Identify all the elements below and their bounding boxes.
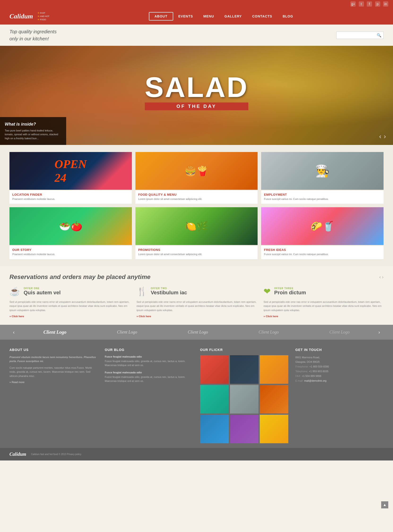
footer-about-italic: Praesent vbulum molestie lacus nem nonum… [10, 355, 98, 364]
offers-next-arrow[interactable]: › [382, 274, 383, 280]
flickr-thumb-9[interactable] [260, 415, 288, 443]
offers-section: Reservations and orders may be placed an… [0, 266, 393, 325]
feature-card-food[interactable]: 🍔🍟 FOOD QUALITY & MENU Lorem ipsum dolor… [135, 152, 258, 204]
feature-img-food: 🍔🍟 [135, 152, 258, 190]
feature-info-employment: EMPLOYMENT Fusce suscipit varius mi. Cum… [261, 190, 383, 204]
feature-card-promotions[interactable]: 🍋🌿 PROMOTIONS Lorem ipsum dolor sit amet… [135, 207, 258, 259]
client-logo-2[interactable]: Client Logo [117, 330, 137, 335]
feature-title-promotions: PROMOTIONS [138, 248, 255, 252]
feature-title-location: LOCATION FINDER [12, 193, 129, 196]
nav-about[interactable]: ABOUT [149, 12, 173, 20]
contact-city: Glasgow, DO4 89GR. [295, 360, 383, 364]
flickr-thumb-1[interactable] [200, 355, 229, 384]
hero-info-title: What is inside? [5, 122, 61, 127]
contact-email-link[interactable]: mail@demolink.org [304, 379, 326, 382]
offers-prev-arrow[interactable]: ‹ [379, 274, 381, 280]
flickr-thumb-5[interactable] [230, 385, 259, 413]
hero-prev-arrow[interactable]: ‹ [379, 133, 381, 140]
offer-icon-row-3: ❤ OFFER THREE Proin dictum [264, 287, 383, 297]
logo: Calidum [10, 13, 33, 20]
feature-info-location: LOCATION FINDER Praesent vestibulum mole… [10, 190, 132, 204]
blog-post-2: Fusce feugiat malesuada odio Fusce feugi… [105, 371, 193, 383]
feature-desc-location: Praesent vestibulum molestie laucus. [12, 197, 129, 201]
offer-name-2: Vestibulum iac [151, 290, 187, 296]
hero-next-arrow[interactable]: › [384, 133, 386, 140]
social-facebook[interactable]: f [367, 1, 372, 7]
feature-info-story: OUR STORY Praesent vestibulum molestie l… [10, 245, 132, 259]
flickr-thumb-4[interactable] [200, 385, 229, 413]
offer-link-3[interactable]: Click here [264, 315, 383, 318]
clients-next-arrow[interactable]: › [375, 330, 383, 335]
social-google-plus[interactable]: g+ [350, 1, 356, 7]
feature-title-employment: EMPLOYMENT [264, 193, 381, 196]
nav-blog[interactable]: BLOG [277, 13, 298, 20]
footer-logo: Calidum [10, 451, 26, 457]
client-logo-5[interactable]: Client Logo [329, 330, 350, 335]
feature-info-food: FOOD QUALITY & MENU Lorem ipsum dolor si… [135, 190, 258, 204]
hero-slider: SALAD OF THE DAY What is inside? Two pur… [0, 46, 393, 145]
blog-post-1: Fusce feugiat malesuada odio Fusce feugi… [105, 355, 193, 368]
flickr-thumb-7[interactable] [200, 415, 229, 443]
offer-label-3: OFFER THREE [274, 287, 306, 290]
search-box[interactable]: 🔍 [336, 32, 383, 39]
feature-card-story[interactable]: 🥗🍅 OUR STORY Praesent vestibulum molesti… [10, 207, 132, 259]
social-twitter[interactable]: t [359, 1, 364, 7]
offer-desc-2: Sed ut perspiciatis ede ome nams error s… [137, 300, 257, 312]
feature-info-ideas: FRESH IDEAS Fusce suscipit varius mi. Cu… [261, 245, 383, 259]
header: Calidum ★ FAST ★ AND HOT ★ FOOD ABOUT EV… [0, 8, 393, 24]
offer-icon-2: 🍴 [137, 287, 147, 297]
flickr-thumb-8[interactable] [230, 415, 259, 443]
search-button[interactable]: 🔍 [377, 33, 381, 38]
contact-freephone: Freephone: +1 800 559 6580 [295, 364, 383, 369]
feature-desc-ideas: Fusce suscipit varius mi. Cum sociis nat… [264, 253, 381, 256]
client-logo-1[interactable]: Client Logo [44, 330, 66, 335]
nav-events[interactable]: EVENTS [173, 13, 198, 20]
feature-card-location[interactable]: OPEN24 LOCATION FINDER Praesent vestibul… [10, 152, 132, 204]
hero-arrows: ‹ › [379, 133, 386, 140]
offer-icon-1: ☕ [10, 287, 20, 297]
flickr-thumb-6[interactable] [260, 385, 288, 413]
social-linkedin[interactable]: in [383, 1, 388, 7]
offers-header: Reservations and orders may be placed an… [10, 273, 383, 281]
blog-post-title-2[interactable]: Fusce feugiat malesuada odio [105, 371, 193, 374]
feature-card-employment[interactable]: 👨‍🍳 EMPLOYMENT Fusce suscipit varius mi.… [261, 152, 383, 204]
feature-img-employment: 👨‍🍳 [261, 152, 383, 190]
footer-about-title: ABOUT US [10, 348, 98, 352]
flickr-thumb-2[interactable] [230, 355, 259, 384]
offer-name-3: Proin dictum [274, 290, 306, 296]
offers-arrows: ‹ › [379, 274, 383, 280]
flickr-thumb-3[interactable] [260, 355, 288, 384]
feature-img-ideas: 🌮🥤 [261, 207, 383, 245]
client-logo-4[interactable]: Client Logo [259, 330, 279, 335]
client-logo-3[interactable]: Client Logo [188, 330, 208, 335]
offers-grid: ☕ OFFER ONE Quis autem vel Sed ut perspi… [10, 287, 383, 318]
feature-img-story: 🥗🍅 [10, 207, 132, 245]
offer-link-2[interactable]: Click here [137, 315, 257, 318]
offer-icon-row-2: 🍴 OFFER TWO Vestibulum iac [137, 287, 257, 297]
footer-contact-title: GET IN TOUCH [295, 348, 383, 352]
offer-desc-3: Sed ut perspiciatis ede ome nas error si… [264, 300, 383, 312]
hero-info-text: Two pure beef patties hand-leafed lettuc… [5, 129, 61, 140]
contact-address: 8901 Marmora Road, [295, 355, 383, 360]
clients-prev-arrow[interactable]: ‹ [10, 330, 18, 335]
offer-icon-3: ❤ [264, 287, 270, 297]
offer-label-2: OFFER TWO [151, 287, 187, 290]
footer-read-more[interactable]: Read more [10, 381, 25, 383]
social-pinterest[interactable]: p [375, 1, 380, 7]
offer-name-1: Quis autem vel [24, 290, 61, 296]
hero-title: SALAD [145, 73, 248, 101]
footer: ABOUT US Praesent vbulum molestie lacus … [0, 340, 393, 448]
offer-icon-row-1: ☕ OFFER ONE Quis autem vel [10, 287, 129, 297]
client-logos: Client Logo Client Logo Client Logo Clie… [18, 330, 375, 335]
nav-contacts[interactable]: CONTACTS [247, 13, 277, 20]
nav-gallery[interactable]: GALLERY [219, 13, 247, 20]
hero-content: SALAD OF THE DAY [145, 73, 248, 110]
blog-post-title-1[interactable]: Fusce feugiat malesuada odio [105, 355, 193, 358]
feature-title-ideas: FRESH IDEAS [264, 248, 381, 252]
nav-menu[interactable]: MENU [198, 13, 219, 20]
feature-card-ideas[interactable]: 🌮🥤 FRESH IDEAS Fusce suscipit varius mi.… [261, 207, 383, 259]
offer-link-1[interactable]: Click here [10, 315, 129, 318]
feature-info-promotions: PROMOTIONS Lorem ipsum dolor sit amet co… [135, 245, 258, 259]
search-input[interactable] [339, 33, 377, 37]
hero-info-box: What is inside? Two pure beef patties ha… [0, 117, 66, 145]
